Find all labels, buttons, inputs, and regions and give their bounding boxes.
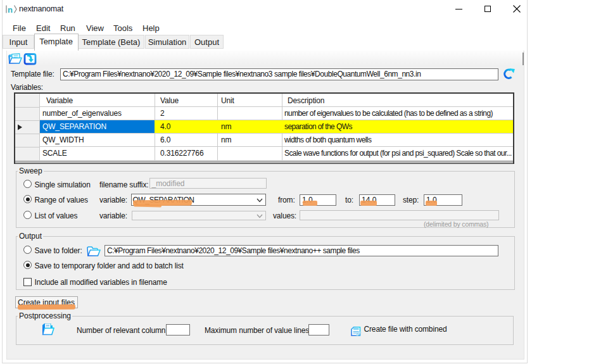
svg-text:n: n bbox=[8, 5, 13, 15]
